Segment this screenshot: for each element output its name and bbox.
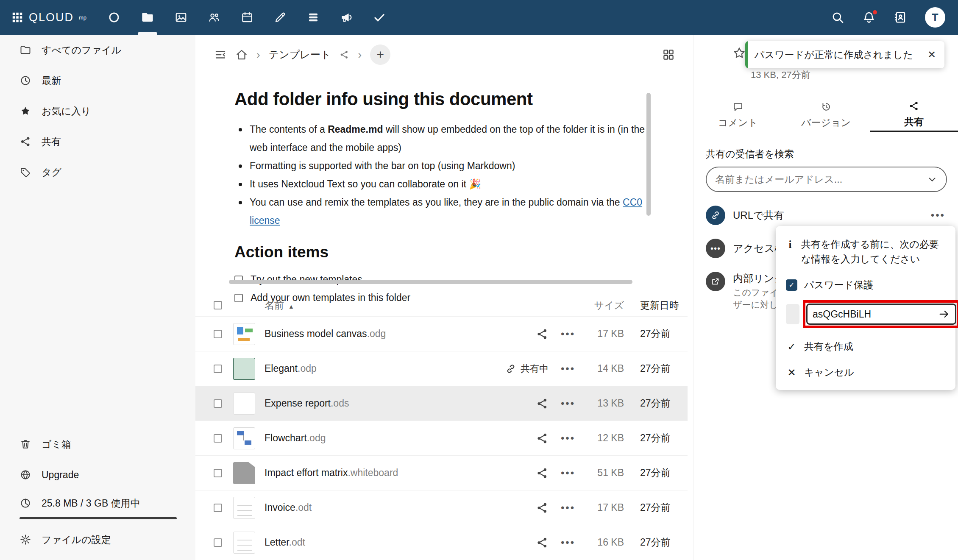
sort-ascending-icon: ▲: [288, 303, 294, 310]
link-icon: [706, 206, 725, 225]
sidebar-item-favorites[interactable]: お気に入り: [0, 96, 195, 126]
file-row[interactable]: Business model canvas.odg ••• 17 KB 27分前: [195, 316, 688, 351]
contacts-icon[interactable]: [894, 11, 907, 24]
row-actions-button[interactable]: •••: [549, 537, 588, 549]
document-vertical-scrollbar[interactable]: [646, 93, 651, 216]
contacts-app-icon[interactable]: [208, 0, 220, 35]
row-checkbox[interactable]: [214, 469, 222, 477]
search-icon[interactable]: [831, 11, 844, 24]
sidebar-item-label: お気に入り: [42, 105, 91, 118]
password-field[interactable]: [806, 304, 956, 325]
password-input[interactable]: [813, 309, 938, 320]
calendar-icon[interactable]: [241, 0, 253, 35]
file-row[interactable]: Flowchart.odg ••• 12 KB 27分前: [195, 421, 688, 455]
share-button[interactable]: [485, 501, 549, 514]
header-name[interactable]: 名前▲: [265, 299, 485, 312]
tasks-icon[interactable]: [373, 0, 386, 35]
readme-bullet: Formatting is supported with the bar on …: [234, 157, 652, 175]
sidebar-item-files-settings[interactable]: ファイルの設定: [0, 524, 195, 555]
file-name[interactable]: Business model canvas.odg: [265, 328, 485, 340]
share-url-menu-button[interactable]: •••: [931, 209, 947, 221]
avatar[interactable]: T: [925, 7, 945, 28]
row-checkbox[interactable]: [214, 434, 222, 443]
new-item-button[interactable]: +: [370, 45, 390, 65]
row-checkbox[interactable]: [214, 399, 222, 408]
header-size[interactable]: サイズ: [588, 299, 624, 312]
file-name[interactable]: Impact effort matrix.whiteboard: [265, 467, 485, 479]
share-button[interactable]: [485, 397, 549, 410]
row-actions-button[interactable]: •••: [549, 502, 588, 514]
document-horizontal-scrollbar[interactable]: [229, 280, 632, 284]
notifications-bell-icon[interactable]: [862, 11, 876, 24]
share-recipient-select[interactable]: [706, 167, 947, 192]
header-modified[interactable]: 更新日時: [624, 299, 688, 312]
sidebar-item-upgrade[interactable]: Upgrade: [0, 460, 195, 490]
file-row[interactable]: Invoice.odt ••• 17 KB 27分前: [195, 490, 688, 525]
row-checkbox[interactable]: [214, 365, 222, 373]
row-actions-button[interactable]: •••: [549, 467, 588, 479]
announcements-icon[interactable]: [340, 0, 353, 35]
files-icon[interactable]: [141, 0, 154, 35]
deck-icon[interactable]: [307, 0, 320, 35]
notes-icon[interactable]: [274, 0, 287, 35]
row-checkbox[interactable]: [214, 330, 222, 338]
share-button[interactable]: [485, 536, 549, 549]
share-button[interactable]: [485, 432, 549, 445]
row-checkbox[interactable]: [214, 504, 222, 512]
favorite-star-icon[interactable]: [732, 46, 746, 60]
file-size: 17 KB: [588, 328, 624, 340]
share-button[interactable]: [485, 328, 549, 340]
grid-view-toggle[interactable]: [662, 48, 675, 61]
file-name[interactable]: Elegant.odp: [265, 363, 485, 374]
tab-sharing[interactable]: 共有: [870, 98, 958, 132]
toggle-navigation-icon[interactable]: [214, 48, 227, 61]
home-icon[interactable]: [235, 48, 248, 61]
file-row[interactable]: Letter.odt ••• 16 KB 27分前: [195, 525, 688, 560]
file-row[interactable]: Elegant.odp 共有中 ••• 14 KB 27分前: [195, 351, 688, 386]
password-protect-row[interactable]: ✓ パスワード保護: [786, 278, 945, 293]
breadcrumb-folder[interactable]: テンプレート: [269, 48, 331, 61]
sidebar-item-tags[interactable]: タグ: [0, 157, 195, 187]
file-name[interactable]: Invoice.odt: [265, 502, 485, 513]
app-logo[interactable]: QLOUDmp: [0, 11, 99, 24]
share-button[interactable]: [485, 467, 549, 479]
share-folder-icon[interactable]: [339, 50, 349, 60]
tab-label: 共有: [904, 115, 924, 128]
toast-close-icon[interactable]: ✕: [927, 49, 944, 61]
tab-versions[interactable]: バージョン: [782, 98, 870, 132]
file-row-selected[interactable]: Expense report.ods ••• 13 KB 27分前: [195, 386, 688, 421]
row-actions-button[interactable]: •••: [549, 363, 588, 375]
sidebar-item-trash[interactable]: ゴミ箱: [0, 429, 195, 460]
file-row[interactable]: Impact effort matrix.whiteboard ••• 51 K…: [195, 455, 688, 490]
annotation-highlight: [803, 300, 958, 328]
sidebar-item-recent[interactable]: 最新: [0, 65, 195, 96]
sidebar-item-quota[interactable]: 25.8 MB / 3 GB 使用中: [0, 490, 195, 516]
share-icon: [908, 100, 919, 111]
readme-document: Add folder info using this document The …: [234, 89, 652, 307]
file-thumbnail: [233, 462, 255, 484]
shared-status-button[interactable]: 共有中: [485, 362, 549, 375]
tab-comments[interactable]: コメント: [694, 98, 782, 132]
photos-icon[interactable]: [175, 0, 187, 35]
row-actions-button[interactable]: •••: [549, 328, 588, 340]
file-name[interactable]: Letter.odt: [265, 537, 485, 548]
create-share-button[interactable]: ✓ 共有を作成: [786, 339, 945, 354]
cancel-button[interactable]: ✕ キャンセル: [786, 365, 945, 380]
submit-arrow-icon[interactable]: [938, 308, 950, 320]
row-actions-button[interactable]: •••: [549, 398, 588, 410]
password-protect-checkbox[interactable]: ✓: [786, 279, 797, 291]
tab-label: バージョン: [801, 116, 851, 129]
file-name[interactable]: Expense report.ods: [265, 398, 485, 409]
file-name[interactable]: Flowchart.odg: [265, 432, 485, 444]
sidebar-item-shares[interactable]: 共有: [0, 126, 195, 157]
readme-title: Add folder info using this document: [234, 89, 652, 109]
file-modified: 27分前: [624, 501, 688, 514]
row-checkbox[interactable]: [214, 538, 222, 547]
row-actions-button[interactable]: •••: [549, 432, 588, 444]
file-meta: 13 KB, 27分前: [751, 69, 810, 81]
sidebar-item-all-files[interactable]: すべてのファイル: [0, 35, 195, 65]
share-url-label: URLで共有: [733, 209, 784, 222]
select-all-checkbox[interactable]: [214, 301, 222, 309]
dashboard-icon[interactable]: [108, 0, 120, 35]
share-recipient-input[interactable]: [715, 174, 927, 185]
